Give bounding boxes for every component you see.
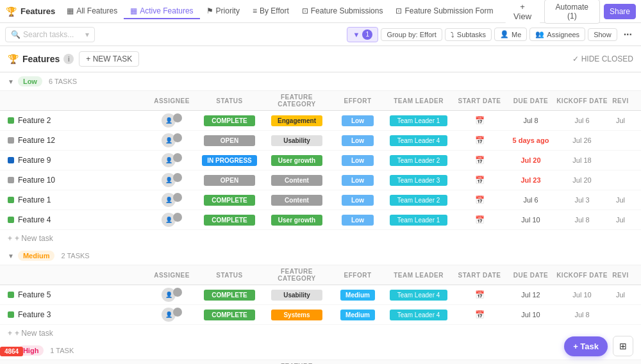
- task-status: IN PROGRESS: [197, 155, 262, 166]
- add-task-medium[interactable]: + + New task: [0, 325, 641, 342]
- table-row[interactable]: Feature 3 👤 COMPLETE Systems Medium Team…: [0, 305, 641, 325]
- filter-number: 1: [362, 29, 372, 40]
- tab-active-features[interactable]: ▦ Active Features: [124, 4, 199, 19]
- check-icon: ✓: [572, 54, 579, 63]
- task-start-date: 📅: [454, 176, 505, 185]
- group-high: ▼ High 1 TASK ASSIGNEE STATUS FEATURE CA…: [0, 342, 641, 364]
- group-medium-chevron[interactable]: ▼: [8, 252, 14, 260]
- task-start-date: 📅: [454, 310, 505, 319]
- filter-bar: 🔍 Search tasks... ▾ ▼ 1 Group by: Effort…: [0, 23, 641, 46]
- add-task-low[interactable]: + + New task: [0, 230, 641, 247]
- tab-all-features[interactable]: ▦ All Features: [60, 4, 124, 19]
- group-low-header: ▼ Low 6 TASKS: [0, 72, 641, 91]
- more-options[interactable]: ···: [620, 27, 636, 42]
- task-status: COMPLETE: [197, 290, 262, 301]
- task-due-date: Jul 23: [505, 176, 556, 184]
- automate-button[interactable]: Automate (1): [544, 0, 600, 24]
- assignees-pill[interactable]: 👥 Assignees: [529, 28, 585, 41]
- task-feature-cat: User growth: [262, 155, 332, 166]
- filter-pills: ▼ 1 Group by: Effort ⤵ Subtasks 👤 Me 👥 A…: [347, 27, 636, 42]
- me-pill[interactable]: 👤 Me: [494, 28, 527, 41]
- col-headers-high: ASSIGNEE STATUS FEATURE CATEGORY EFFORT …: [0, 360, 641, 364]
- task-name: Feature 10: [18, 176, 146, 185]
- task-kickoff: Jul 10: [556, 291, 608, 299]
- task-team-leader: Team Leader 1: [383, 215, 454, 226]
- show-label: Show: [594, 31, 612, 38]
- task-assignee: 👤: [146, 193, 197, 207]
- tab-by-effort[interactable]: ≡ By Effort: [246, 4, 296, 19]
- add-task-float-button[interactable]: + Task: [564, 336, 608, 356]
- search-icon: 🔍: [11, 30, 21, 39]
- subtasks-label: Subtasks: [457, 31, 486, 38]
- task-review: Jul: [608, 117, 633, 124]
- task-feature-cat: User growth: [262, 215, 332, 226]
- page-header: 🏆 Features i + NEW TASK ✓ HIDE CLOSED: [0, 46, 641, 72]
- tab-feature-submissions-icon: ⊡: [302, 6, 308, 15]
- tab-active-features-icon: ▦: [130, 6, 137, 15]
- table-row[interactable]: Feature 12 👤 OPEN Usability Low Team Lea…: [0, 131, 641, 151]
- table-row[interactable]: Feature 9 👤 IN PROGRESS User growth Low …: [0, 151, 641, 170]
- task-status: COMPLETE: [197, 215, 262, 226]
- view-button[interactable]: + View: [505, 0, 540, 24]
- col-headers-medium: ASSIGNEE STATUS FEATURE CATEGORY EFFORT …: [0, 265, 641, 285]
- new-task-button[interactable]: + NEW TASK: [79, 51, 139, 67]
- task-assignee: 👤: [146, 113, 197, 128]
- group-high-count: 1 TASK: [50, 347, 74, 354]
- notification-badge: 4864: [0, 347, 23, 356]
- task-feature-cat: Content: [262, 195, 332, 206]
- search-placeholder: Search tasks...: [23, 30, 74, 39]
- task-dot: [8, 137, 14, 144]
- group-by-pill[interactable]: Group by: Effort: [381, 28, 442, 41]
- task-review: Jul: [608, 216, 633, 224]
- share-button[interactable]: Share: [604, 4, 636, 19]
- table-row[interactable]: Feature 2 👤 COMPLETE Engagement Low Team…: [0, 111, 641, 131]
- task-feature-cat: Content: [262, 175, 332, 186]
- task-effort: Medium: [332, 290, 383, 301]
- tab-all-features-icon: ▦: [67, 6, 74, 15]
- plus-icon: +: [8, 329, 12, 338]
- tab-submission-form-icon: ⊡: [395, 6, 402, 15]
- tab-feature-submissions[interactable]: ⊡ Feature Submissions: [296, 4, 390, 19]
- task-review: Jul: [608, 196, 633, 204]
- filter-count-pill[interactable]: ▼ 1: [347, 27, 378, 42]
- task-kickoff: Jul 3: [556, 196, 608, 204]
- task-due-date: Jul 6: [505, 196, 556, 204]
- group-low-badge[interactable]: Low: [18, 76, 42, 87]
- task-name: Feature 2: [18, 116, 146, 125]
- table-row[interactable]: Feature 5 👤 COMPLETE Usability Medium Te…: [0, 285, 641, 305]
- floating-area: + Task ⊞: [564, 336, 633, 356]
- page-title: 🏆 Features i: [8, 54, 74, 64]
- task-dot: [8, 311, 14, 318]
- group-medium-badge[interactable]: Medium: [18, 251, 55, 261]
- me-icon: 👤: [500, 30, 509, 38]
- table-row[interactable]: Feature 4 👤 COMPLETE User growth Low Tea…: [0, 210, 641, 230]
- info-icon[interactable]: i: [63, 54, 74, 64]
- task-team-leader: Team Leader 4: [383, 135, 454, 146]
- search-box[interactable]: 🔍 Search tasks... ▾: [5, 27, 95, 42]
- task-status: COMPLETE: [197, 115, 262, 126]
- task-effort: Low: [332, 115, 383, 126]
- task-feature-cat: Usability: [262, 290, 332, 301]
- group-medium-header: ▼ Medium 2 TASKS: [0, 247, 641, 265]
- grid-view-button[interactable]: ⊞: [613, 336, 633, 356]
- hide-closed-button[interactable]: ✓ HIDE CLOSED: [572, 54, 633, 63]
- task-kickoff: Jul 8: [556, 311, 608, 318]
- tab-priority[interactable]: ⚑ Priority: [200, 4, 246, 19]
- group-low-chevron[interactable]: ▼: [8, 78, 14, 85]
- tab-priority-icon: ⚑: [206, 6, 213, 15]
- tab-feature-submission-form[interactable]: ⊡ Feature Submission Form: [389, 4, 499, 19]
- assignees-icon: 👥: [535, 30, 544, 38]
- task-team-leader: Team Leader 4: [383, 290, 454, 301]
- task-due-date: Jul 10: [505, 311, 556, 318]
- task-kickoff: Jul 18: [556, 156, 608, 164]
- show-pill[interactable]: Show: [588, 28, 617, 41]
- group-low: ▼ Low 6 TASKS ASSIGNEE STATUS FEATURE CA…: [0, 72, 641, 247]
- group-by-label: Group by: Effort: [387, 31, 436, 38]
- table-row[interactable]: Feature 10 👤 OPEN Content Low Team Leade…: [0, 170, 641, 190]
- task-feature-cat: Systems: [262, 310, 332, 320]
- subtasks-pill[interactable]: ⤵ Subtasks: [445, 28, 492, 41]
- task-effort: Low: [332, 195, 383, 206]
- group-high-header: ▼ High 1 TASK: [0, 342, 641, 360]
- table-row[interactable]: Feature 1 👤 COMPLETE Content Low Team Le…: [0, 190, 641, 210]
- task-status: COMPLETE: [197, 310, 262, 320]
